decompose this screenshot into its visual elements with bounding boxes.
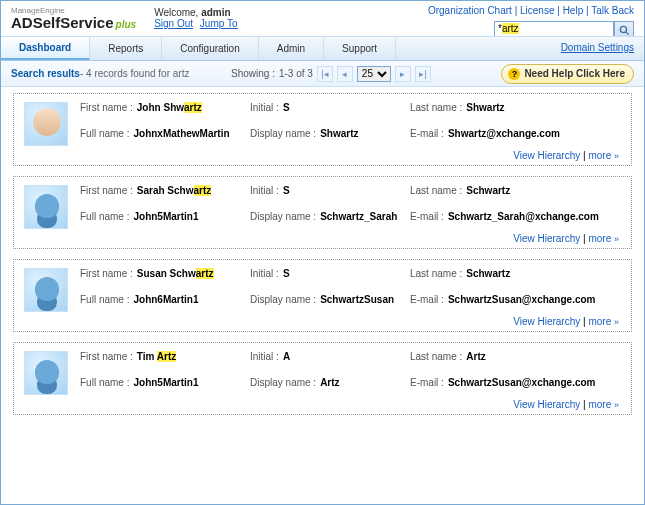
view-hierarchy-link[interactable]: View Hierarchy bbox=[513, 316, 580, 327]
need-help-label: Need Help Click Here bbox=[524, 68, 625, 79]
avatar bbox=[24, 268, 68, 312]
nav-tabs: Dashboard Reports Configuration Admin Su… bbox=[1, 36, 644, 61]
full-name-value: John5Martin1 bbox=[133, 377, 198, 395]
welcome-label: Welcome, bbox=[154, 7, 198, 18]
tab-dashboard[interactable]: Dashboard bbox=[1, 37, 90, 60]
full-name-label: Full name : bbox=[80, 294, 129, 312]
first-name-value: Tim Artz bbox=[137, 351, 176, 369]
brand-logo: ManageEngine ADSelfServiceplus bbox=[11, 7, 136, 30]
more-link[interactable]: more bbox=[588, 233, 611, 244]
last-name-label: Last name : bbox=[410, 102, 462, 120]
email-label: E-mail : bbox=[410, 294, 444, 312]
license-link[interactable]: License bbox=[520, 5, 554, 16]
email-value: SchwartzSusan@xchange.com bbox=[448, 294, 596, 312]
display-name-label: Display name : bbox=[250, 377, 316, 395]
card-links: View Hierarchy | more » bbox=[24, 233, 621, 244]
results-toolbar: Search results - 4 records found for art… bbox=[1, 61, 644, 87]
display-name-label: Display name : bbox=[250, 211, 316, 229]
avatar bbox=[24, 102, 68, 146]
more-link[interactable]: more bbox=[588, 316, 611, 327]
email-value: SchwartzSusan@xchange.com bbox=[448, 377, 596, 395]
full-name-label: Full name : bbox=[80, 128, 129, 146]
view-hierarchy-link[interactable]: View Hierarchy bbox=[513, 150, 580, 161]
more-arrow-icon: » bbox=[614, 400, 619, 410]
first-name-label: First name : bbox=[80, 185, 133, 203]
view-hierarchy-link[interactable]: View Hierarchy bbox=[513, 233, 580, 244]
initial-value: S bbox=[283, 185, 290, 203]
result-card: First name :John Shwartz Initial :S Last… bbox=[13, 93, 632, 166]
display-name-value: Shwartz bbox=[320, 128, 358, 146]
showing-range: 1-3 of 3 bbox=[279, 68, 313, 79]
welcome-block: Welcome, admin Sign Out Jump To bbox=[154, 7, 241, 29]
last-name-label: Last name : bbox=[410, 185, 462, 203]
initial-value: S bbox=[283, 268, 290, 286]
avatar bbox=[24, 351, 68, 395]
display-name-label: Display name : bbox=[250, 128, 316, 146]
page-size-select[interactable]: 25 bbox=[357, 66, 391, 82]
email-label: E-mail : bbox=[410, 128, 444, 146]
last-name-value: Artz bbox=[466, 351, 485, 369]
header: ManageEngine ADSelfServiceplus Welcome, … bbox=[1, 1, 644, 30]
first-name-value: Sarah Schwartz bbox=[137, 185, 212, 203]
display-name-label: Display name : bbox=[250, 294, 316, 312]
initial-label: Initial : bbox=[250, 268, 279, 286]
initial-label: Initial : bbox=[250, 102, 279, 120]
jumpto-link[interactable]: Jump To bbox=[200, 18, 238, 29]
tab-reports[interactable]: Reports bbox=[90, 37, 162, 60]
last-name-value: Schwartz bbox=[466, 268, 510, 286]
first-name-label: First name : bbox=[80, 268, 133, 286]
talkback-link[interactable]: Talk Back bbox=[591, 5, 634, 16]
more-link[interactable]: more bbox=[588, 150, 611, 161]
pager-prev-button[interactable]: ◂ bbox=[337, 66, 353, 82]
help-link[interactable]: Help bbox=[563, 5, 584, 16]
first-name-value: John Shwartz bbox=[137, 102, 202, 120]
more-arrow-icon: » bbox=[614, 234, 619, 244]
result-card: First name :Susan Schwartz Initial :S La… bbox=[13, 259, 632, 332]
card-links: View Hierarchy | more » bbox=[24, 150, 621, 161]
svg-point-0 bbox=[620, 26, 626, 32]
pager-last-button[interactable]: ▸| bbox=[415, 66, 431, 82]
need-help-button[interactable]: ? Need Help Click Here bbox=[501, 64, 634, 84]
pager-first-button[interactable]: |◂ bbox=[317, 66, 333, 82]
more-arrow-icon: » bbox=[614, 151, 619, 161]
brand-main: ADSelfService bbox=[11, 14, 114, 31]
full-name-value: JohnxMathewMartin bbox=[133, 128, 229, 146]
help-icon: ? bbox=[508, 68, 520, 80]
search-results-title: Search results bbox=[11, 68, 80, 79]
results-list: First name :John Shwartz Initial :S Last… bbox=[1, 87, 644, 487]
card-links: View Hierarchy | more » bbox=[24, 316, 621, 327]
email-label: E-mail : bbox=[410, 211, 444, 229]
tab-configuration[interactable]: Configuration bbox=[162, 37, 258, 60]
initial-label: Initial : bbox=[250, 351, 279, 369]
first-name-value: Susan Schwartz bbox=[137, 268, 214, 286]
first-name-label: First name : bbox=[80, 102, 133, 120]
app-frame: ManageEngine ADSelfServiceplus Welcome, … bbox=[0, 0, 645, 505]
search-highlight: artz bbox=[502, 23, 519, 34]
org-chart-link[interactable]: Organization Chart bbox=[428, 5, 512, 16]
result-card: First name :Sarah Schwartz Initial :S La… bbox=[13, 176, 632, 249]
welcome-user: admin bbox=[201, 7, 230, 18]
brand-plus: plus bbox=[116, 19, 137, 30]
pager-next-button[interactable]: ▸ bbox=[395, 66, 411, 82]
tab-support[interactable]: Support bbox=[324, 37, 396, 60]
display-name-value: Artz bbox=[320, 377, 339, 395]
signout-link[interactable]: Sign Out bbox=[154, 18, 193, 29]
avatar bbox=[24, 185, 68, 229]
email-label: E-mail : bbox=[410, 377, 444, 395]
more-arrow-icon: » bbox=[614, 317, 619, 327]
search-icon bbox=[619, 25, 630, 36]
last-name-value: Schwartz bbox=[466, 185, 510, 203]
full-name-value: John6Martin1 bbox=[133, 294, 198, 312]
display-name-value: SchwartzSusan bbox=[320, 294, 394, 312]
last-name-label: Last name : bbox=[410, 351, 462, 369]
first-name-label: First name : bbox=[80, 351, 133, 369]
tab-admin[interactable]: Admin bbox=[259, 37, 324, 60]
more-link[interactable]: more bbox=[588, 399, 611, 410]
search-results-subtitle: - 4 records found for artz bbox=[80, 68, 190, 79]
initial-value: A bbox=[283, 351, 290, 369]
pagination: Showing : 1-3 of 3 |◂ ◂ 25 ▸ ▸| bbox=[231, 66, 431, 82]
domain-settings-link[interactable]: Domain Settings bbox=[561, 42, 634, 53]
full-name-label: Full name : bbox=[80, 211, 129, 229]
view-hierarchy-link[interactable]: View Hierarchy bbox=[513, 399, 580, 410]
email-value: Shwartz@xchange.com bbox=[448, 128, 560, 146]
